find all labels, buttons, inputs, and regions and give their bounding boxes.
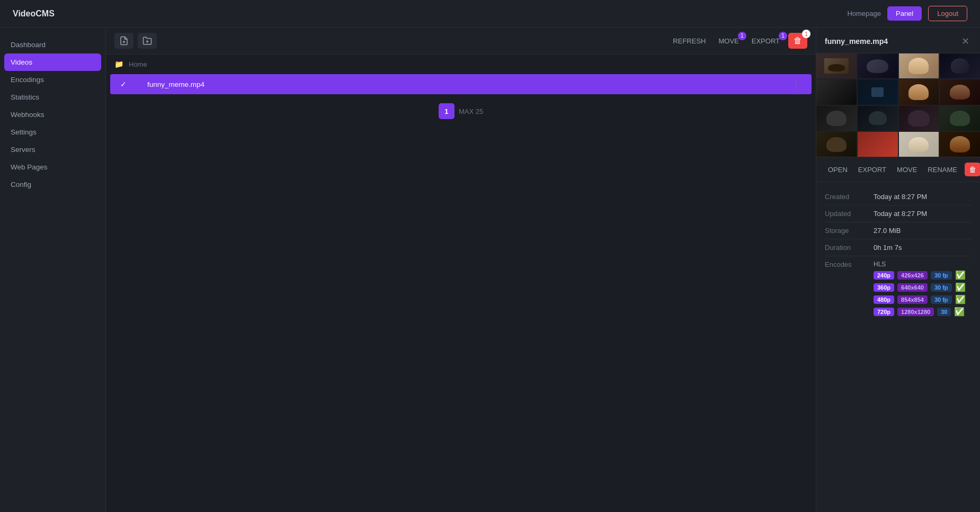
- thumbnail-11[interactable]: [899, 106, 939, 131]
- breadcrumb: 📁 Home: [106, 55, 816, 74]
- res-720p-badge: 1280x1280: [897, 308, 934, 316]
- new-folder-button[interactable]: [138, 33, 157, 49]
- panel-details: Created Today at 8:27 PM Updated Today a…: [816, 182, 980, 329]
- sidebar-item-config[interactable]: Config: [0, 176, 105, 193]
- logout-button[interactable]: Logout: [928, 6, 967, 21]
- export-badge: 1: [779, 32, 787, 40]
- file-browser: 📁 Home ✓ ▶ funny_meme.mp4 ⋮ 1 MAX 25: [106, 55, 816, 512]
- homepage-link[interactable]: Homepage: [847, 10, 881, 17]
- panel-button[interactable]: Panel: [887, 6, 922, 21]
- delete-badge: 1: [802, 30, 810, 38]
- right-panel: funny_meme.mp4 ✕: [816, 28, 980, 512]
- thumbnail-14[interactable]: [858, 132, 898, 157]
- thumbnail-5[interactable]: [816, 79, 857, 104]
- current-page[interactable]: 1: [439, 103, 455, 119]
- check-480p-icon: ✅: [955, 294, 966, 304]
- thumbnail-13[interactable]: [816, 132, 857, 157]
- breadcrumb-home[interactable]: Home: [129, 60, 147, 68]
- topbar: VideoCMS Homepage Panel Logout: [0, 0, 980, 28]
- created-value: Today at 8:27 PM: [874, 193, 972, 201]
- updated-label: Updated: [825, 210, 867, 218]
- storage-value: 27.0 MiB: [874, 227, 972, 235]
- app-logo: VideoCMS: [13, 9, 55, 19]
- thumbnail-2[interactable]: [858, 53, 898, 78]
- panel-title: funny_meme.mp4: [825, 37, 888, 46]
- sidebar-item-dashboard[interactable]: Dashboard: [0, 36, 105, 53]
- panel-actions: OPEN EXPORT MOVE RENAME 🗑: [816, 157, 980, 182]
- file-menu-button[interactable]: ⋮: [789, 78, 803, 90]
- thumbnail-10[interactable]: [858, 106, 898, 131]
- pagination: 1 MAX 25: [106, 95, 816, 128]
- res-480p-badge: 854x854: [897, 295, 928, 304]
- sidebar-item-webhooks[interactable]: Webhooks: [0, 106, 105, 123]
- check-360p-icon: ✅: [955, 282, 966, 292]
- delete-toolbar-button[interactable]: 🗑 1: [788, 33, 807, 49]
- fps-720p-badge: 30: [937, 308, 951, 316]
- panel-close-button[interactable]: ✕: [959, 35, 972, 48]
- thumbnail-3[interactable]: [899, 53, 939, 78]
- thumbnail-1[interactable]: [816, 53, 857, 78]
- home-folder-icon: 📁: [114, 60, 123, 68]
- check-720p-icon: ✅: [954, 307, 965, 317]
- file-row[interactable]: ✓ ▶ funny_meme.mp4 ⋮: [110, 74, 812, 94]
- created-label: Created: [825, 193, 867, 201]
- sidebar: Dashboard Videos Encodings Statistics We…: [0, 28, 106, 512]
- thumbnail-6[interactable]: [858, 79, 898, 104]
- sidebar-item-statistics[interactable]: Statistics: [0, 88, 105, 106]
- thumbnail-7[interactable]: [899, 79, 939, 104]
- thumbnail-8[interactable]: [940, 79, 980, 104]
- thumbnail-16[interactable]: [940, 132, 980, 157]
- thumbnail-15[interactable]: [899, 132, 939, 157]
- panel-header: funny_meme.mp4 ✕: [816, 28, 980, 53]
- check-240p-icon: ✅: [955, 270, 966, 280]
- quality-360p-badge: 360p: [874, 283, 894, 292]
- max-per-page: MAX 25: [459, 107, 483, 115]
- file-checkbox[interactable]: ✓: [119, 79, 128, 89]
- layout: Dashboard Videos Encodings Statistics We…: [0, 28, 980, 512]
- duration-label: Duration: [825, 244, 867, 251]
- sidebar-item-servers[interactable]: Servers: [0, 141, 105, 158]
- quality-480p-badge: 480p: [874, 295, 894, 304]
- detail-created: Created Today at 8:27 PM: [825, 188, 972, 205]
- fps-360p-badge: 30 fp: [931, 283, 952, 292]
- detail-encodes: Encodes HLS 240p 426x426 30 fp ✅ 360p 64…: [825, 256, 972, 323]
- encode-360p: 360p 640x640 30 fp ✅: [874, 282, 972, 292]
- encode-720p: 720p 1280x1280 30 ✅: [874, 307, 972, 317]
- panel-delete-button[interactable]: 🗑: [965, 163, 980, 176]
- rename-button[interactable]: RENAME: [924, 164, 960, 176]
- detail-duration: Duration 0h 1m 7s: [825, 239, 972, 256]
- upload-file-button[interactable]: [114, 33, 133, 49]
- encodes-label: Encodes: [825, 261, 867, 268]
- detail-updated: Updated Today at 8:27 PM: [825, 205, 972, 222]
- panel-export-button[interactable]: EXPORT: [855, 164, 889, 176]
- sidebar-item-settings[interactable]: Settings: [0, 123, 105, 141]
- quality-240p-badge: 240p: [874, 271, 894, 280]
- thumbnail-12[interactable]: [940, 106, 980, 131]
- refresh-button[interactable]: REFRESH: [669, 35, 710, 47]
- sidebar-item-web-pages[interactable]: Web Pages: [0, 158, 105, 176]
- main-content: REFRESH MOVE 1 EXPORT 1 🗑 1 📁 Home: [106, 28, 816, 512]
- storage-label: Storage: [825, 227, 867, 235]
- video-file-icon: ▶: [135, 79, 141, 89]
- encode-240p: 240p 426x426 30 fp ✅: [874, 270, 972, 280]
- duration-value: 0h 1m 7s: [874, 244, 972, 251]
- move-button[interactable]: MOVE 1: [714, 35, 743, 47]
- res-240p-badge: 426x426: [897, 271, 928, 280]
- encode-type-hls: HLS: [874, 261, 972, 268]
- fps-480p-badge: 30 fp: [931, 295, 952, 304]
- encode-480p: 480p 854x854 30 fp ✅: [874, 294, 972, 304]
- topbar-right: Homepage Panel Logout: [847, 6, 967, 21]
- detail-storage: Storage 27.0 MiB: [825, 222, 972, 239]
- sidebar-item-encodings[interactable]: Encodings: [0, 71, 105, 88]
- panel-move-button[interactable]: MOVE: [894, 164, 920, 176]
- sidebar-item-videos[interactable]: Videos: [4, 53, 101, 71]
- updated-value: Today at 8:27 PM: [874, 210, 972, 218]
- fps-240p-badge: 30 fp: [931, 271, 952, 280]
- export-button[interactable]: EXPORT 1: [747, 35, 784, 47]
- thumbnail-9[interactable]: [816, 106, 857, 131]
- move-badge: 1: [738, 32, 746, 40]
- quality-720p-badge: 720p: [874, 308, 894, 316]
- thumbnail-4[interactable]: [940, 53, 980, 78]
- toolbar: REFRESH MOVE 1 EXPORT 1 🗑 1: [106, 28, 816, 55]
- open-button[interactable]: OPEN: [825, 164, 851, 176]
